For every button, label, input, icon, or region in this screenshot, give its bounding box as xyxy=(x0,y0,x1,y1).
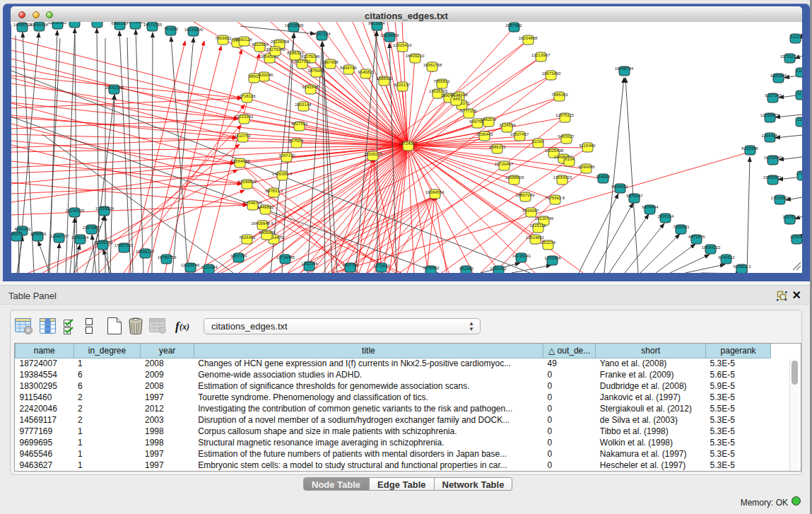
svg-text:3124534: 3124534 xyxy=(499,123,516,127)
svg-text:1222344: 1222344 xyxy=(201,265,218,269)
svg-text:10654122: 10654122 xyxy=(702,245,721,250)
svg-text:1588520: 1588520 xyxy=(376,76,393,81)
svg-text:12923446: 12923446 xyxy=(181,263,200,267)
svg-text:12975115: 12975115 xyxy=(555,113,575,117)
svg-text:3267130: 3267130 xyxy=(278,153,295,158)
svg-text:12093873: 12093873 xyxy=(760,113,779,117)
svg-text:12213393: 12213393 xyxy=(235,115,254,119)
svg-text:9242848: 9242848 xyxy=(302,85,319,89)
svg-text:16648784: 16648784 xyxy=(615,66,634,71)
svg-text:98901: 98901 xyxy=(249,74,261,78)
svg-text:18807249: 18807249 xyxy=(516,193,535,197)
svg-text:9115460: 9115460 xyxy=(579,144,596,148)
svg-text:10958137: 10958137 xyxy=(136,250,155,254)
svg-text:1321: 1321 xyxy=(796,69,802,73)
svg-text:4485001: 4485001 xyxy=(14,227,31,231)
svg-text:8660124: 8660124 xyxy=(235,37,252,42)
svg-text:8938921: 8938921 xyxy=(611,185,628,189)
svg-text:19238506: 19238506 xyxy=(380,33,399,37)
svg-text:12213967: 12213967 xyxy=(531,53,551,57)
svg-text:16961758: 16961758 xyxy=(423,63,442,67)
svg-text:93275049: 93275049 xyxy=(266,47,286,52)
svg-text:7075692 8: 7075692 8 xyxy=(545,196,565,200)
svg-text:1527602: 1527602 xyxy=(88,22,105,23)
svg-text:62160: 62160 xyxy=(532,139,544,144)
svg-text:16120746: 16120746 xyxy=(535,216,554,221)
svg-text:7625402: 7625402 xyxy=(239,235,256,240)
svg-text:14136141: 14136141 xyxy=(512,254,531,258)
svg-text:9457791: 9457791 xyxy=(230,254,247,258)
svg-text:20206535: 20206535 xyxy=(66,209,85,213)
svg-text:17210: 17210 xyxy=(796,171,802,175)
svg-text:12631502: 12631502 xyxy=(48,22,67,25)
svg-text:7663822: 7663822 xyxy=(215,36,232,40)
svg-text:17359924: 17359924 xyxy=(95,206,114,211)
svg-text:8427552: 8427552 xyxy=(291,122,308,126)
svg-text:25300275: 25300275 xyxy=(364,152,383,156)
svg-text:1449822: 1449822 xyxy=(257,205,274,209)
svg-text:1132: 1132 xyxy=(797,91,802,95)
svg-text:23975857: 23975857 xyxy=(83,226,102,230)
svg-text:6879197: 6879197 xyxy=(626,194,643,198)
svg-text:8220137: 8220137 xyxy=(394,83,411,87)
svg-text:25226058: 25226058 xyxy=(271,40,290,44)
svg-text:93275046: 93275046 xyxy=(301,54,320,59)
svg-text:6409948: 6409948 xyxy=(259,230,276,235)
svg-text:1733426: 1733426 xyxy=(544,256,561,260)
svg-text:2967608: 2967608 xyxy=(322,60,339,64)
svg-text:751552: 751552 xyxy=(164,27,179,31)
svg-text:845: 845 xyxy=(453,97,461,101)
svg-text:924561 2: 924561 2 xyxy=(733,264,751,269)
svg-text:10973493: 10973493 xyxy=(542,71,561,76)
svg-text:9329966: 9329966 xyxy=(770,74,787,78)
svg-text:9146821: 9146821 xyxy=(358,70,375,74)
svg-text:5934067: 5934067 xyxy=(522,209,539,213)
svg-text:19384554: 19384554 xyxy=(425,190,445,194)
svg-text:8471676: 8471676 xyxy=(688,235,705,239)
svg-text:2087682: 2087682 xyxy=(505,23,522,28)
svg-text:9463627: 9463627 xyxy=(558,134,575,139)
svg-text:8104: 8104 xyxy=(565,157,575,161)
svg-text:1156829: 1156829 xyxy=(30,232,47,236)
svg-text:10653267: 10653267 xyxy=(66,22,85,23)
svg-text:7632621: 7632621 xyxy=(673,225,690,229)
svg-text:13654923: 13654923 xyxy=(553,175,572,180)
svg-text:16409210: 16409210 xyxy=(406,54,425,58)
svg-text:13716485: 13716485 xyxy=(276,255,295,259)
svg-text:9227343: 9227343 xyxy=(765,93,782,98)
svg-text:17957253: 17957253 xyxy=(114,243,134,247)
svg-text:2718126: 2718126 xyxy=(239,94,256,98)
svg-text:164095: 164095 xyxy=(596,175,611,179)
svg-text:2935114: 2935114 xyxy=(658,214,675,218)
svg-text:16671355: 16671355 xyxy=(143,23,163,27)
svg-text:1615112: 1615112 xyxy=(530,223,547,228)
svg-text:8813054: 8813054 xyxy=(368,22,385,25)
svg-text:9912954: 9912954 xyxy=(252,42,269,47)
svg-text:1373643: 1373643 xyxy=(373,264,390,268)
svg-text:10688609: 10688609 xyxy=(505,175,524,180)
svg-text:8454749: 8454749 xyxy=(340,66,357,70)
svg-text:18724007: 18724007 xyxy=(399,141,418,146)
svg-text:9657791: 9657791 xyxy=(342,263,359,267)
svg-text:114519 4: 114519 4 xyxy=(71,235,89,240)
svg-text:34620 6: 34620 6 xyxy=(481,117,496,122)
svg-text:1435359 4: 1435359 4 xyxy=(272,172,293,176)
svg-text:7955812: 7955812 xyxy=(433,79,450,83)
svg-text:6099695: 6099695 xyxy=(578,165,595,169)
svg-text:20053346: 20053346 xyxy=(105,86,124,90)
svg-text:2036443: 2036443 xyxy=(476,132,493,136)
svg-text:12342737: 12342737 xyxy=(50,234,69,238)
svg-text:122: 122 xyxy=(797,117,802,122)
svg-text:15720407: 15720407 xyxy=(495,162,514,166)
svg-text:10507457: 10507457 xyxy=(510,132,529,136)
svg-text:17016504: 17016504 xyxy=(771,196,790,200)
svg-text:16033809: 16033809 xyxy=(285,23,304,28)
svg-text:120034: 120034 xyxy=(790,235,802,239)
svg-text:39151: 39151 xyxy=(11,232,23,236)
svg-text:1202344: 1202344 xyxy=(301,262,318,266)
svg-text:9327501: 9327501 xyxy=(294,59,311,64)
svg-text:12505135: 12505135 xyxy=(94,240,113,245)
svg-text:19166825: 19166825 xyxy=(238,180,257,184)
svg-text:817004: 817004 xyxy=(289,139,304,143)
svg-text:3875685: 3875685 xyxy=(307,69,324,73)
